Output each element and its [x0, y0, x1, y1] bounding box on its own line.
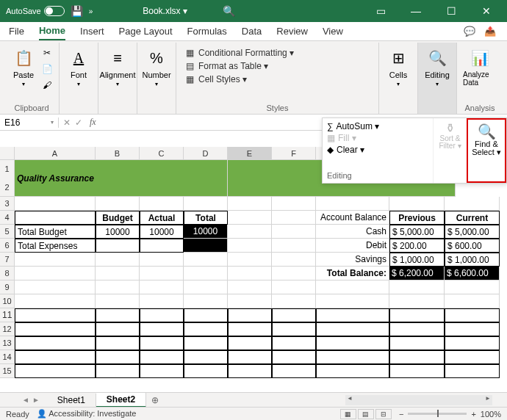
- table-row: 4 Budget Actual Total Account Balance Pr…: [0, 211, 507, 225]
- table-row: 3: [0, 197, 507, 211]
- zoom-level[interactable]: 100%: [481, 410, 501, 419]
- banner-title[interactable]: Quality Assurance: [15, 160, 228, 197]
- group-alignment: ≡ Alignment▾: [98, 43, 137, 114]
- ribbon: 📋 Paste▾ ✂ 📄 🖌 Clipboard A Font▾ ≡ Align…: [0, 41, 507, 115]
- number-button[interactable]: % Number▾: [142, 46, 171, 89]
- find-icon: 🔍: [478, 123, 496, 140]
- group-cells: ⊞ Cells▾: [379, 43, 418, 114]
- col-header[interactable]: A: [15, 147, 96, 159]
- sheet-nav-prev-icon[interactable]: ◄: [22, 396, 29, 404]
- analyze-data-button[interactable]: 📊 Analyze Data: [461, 46, 498, 88]
- fill-icon: ▦: [327, 133, 335, 143]
- paste-button[interactable]: 📋 Paste▾: [9, 46, 38, 89]
- col-header[interactable]: F: [272, 147, 316, 159]
- font-button[interactable]: A Font▾: [64, 46, 93, 89]
- close-icon[interactable]: ✕: [472, 0, 501, 22]
- table-row: 12: [0, 322, 507, 336]
- search-icon[interactable]: 🔍: [223, 5, 235, 17]
- qat-more-icon[interactable]: »: [89, 7, 93, 15]
- sigma-icon: ∑: [327, 121, 334, 131]
- ribbon-display-icon[interactable]: ▭: [366, 0, 395, 22]
- toggle-off-icon[interactable]: [44, 6, 65, 16]
- share-icon[interactable]: 📤: [482, 24, 498, 39]
- table-row: 15: [0, 364, 507, 378]
- save-icon[interactable]: 💾: [71, 5, 83, 17]
- horizontal-scrollbar[interactable]: [345, 395, 492, 405]
- cut-icon[interactable]: ✂: [40, 46, 54, 60]
- name-box[interactable]: E16▾: [0, 117, 59, 128]
- cancel-formula-icon[interactable]: ✕: [63, 117, 71, 128]
- sheet-tabs: ◄► Sheet1 Sheet2 ⊕: [0, 392, 507, 407]
- select-all-corner[interactable]: [0, 147, 15, 159]
- filter-icon: ⚱: [445, 121, 455, 135]
- group-analysis: 📊 Analyze Data Analysis: [457, 43, 503, 114]
- enter-formula-icon[interactable]: ✓: [75, 117, 82, 128]
- analyze-icon: 📊: [469, 47, 491, 69]
- table-row: 11: [0, 308, 507, 322]
- editing-dropdown-panel: ∑AutoSum ▾ ▦Fill ▾ ◆Clear ▾ Editing ⚱ So…: [322, 117, 507, 184]
- comments-icon[interactable]: 💬: [461, 24, 478, 39]
- zoom-in-button[interactable]: +: [471, 410, 475, 419]
- group-font: A Font▾: [60, 43, 98, 114]
- table-icon: ▤: [184, 61, 195, 71]
- add-sheet-button[interactable]: ⊕: [146, 395, 164, 405]
- copy-icon[interactable]: 📄: [40, 62, 54, 76]
- page-layout-view-icon[interactable]: ▤: [358, 409, 374, 419]
- normal-view-icon[interactable]: ▦: [340, 409, 356, 419]
- accessibility-status[interactable]: 👤 Accessibility: Investigate: [37, 409, 137, 419]
- title-bar: AutoSave 💾 » Book.xlsx ▾ 🔍 ▭ — ☐ ✕: [0, 0, 507, 22]
- table-row: 13: [0, 336, 507, 350]
- worksheet-grid[interactable]: A B C D E F G H I 12 Quality Assurance W…: [0, 147, 507, 392]
- cells-icon: ⊞: [387, 47, 409, 69]
- col-header[interactable]: D: [184, 147, 228, 159]
- zoom-out-button[interactable]: −: [399, 410, 403, 419]
- conditional-formatting-button[interactable]: ▦Conditional Formatting ▾: [184, 47, 294, 59]
- group-editing: 🔍 Editing▾: [418, 43, 457, 114]
- group-number: % Number▾: [137, 43, 176, 114]
- clear-button[interactable]: ◆Clear ▾: [327, 145, 428, 155]
- page-break-view-icon[interactable]: ⊟: [375, 409, 392, 419]
- fill-button[interactable]: ▦Fill ▾: [327, 133, 428, 143]
- table-row: 6 Total Expenses Debit $ 200.00 $ 600.00: [0, 239, 507, 253]
- tab-formulas[interactable]: Formulas: [187, 23, 227, 40]
- tab-review[interactable]: Review: [276, 23, 308, 40]
- format-as-table-button[interactable]: ▤Format as Table ▾: [184, 60, 294, 72]
- autosave-toggle[interactable]: AutoSave: [6, 6, 65, 16]
- table-row: 14: [0, 350, 507, 364]
- fx-icon[interactable]: fx: [90, 117, 96, 128]
- alignment-button[interactable]: ≡ Alignment▾: [103, 46, 132, 89]
- sheet-nav-next-icon[interactable]: ►: [32, 396, 40, 404]
- find-select-button[interactable]: 🔍 Find & Select ▾: [467, 118, 506, 183]
- ribbon-tabs: File Home Insert Page Layout Formulas Da…: [0, 22, 507, 41]
- col-header[interactable]: C: [140, 147, 184, 159]
- editing-button[interactable]: 🔍 Editing▾: [422, 46, 452, 89]
- col-header[interactable]: E: [228, 147, 272, 159]
- row-header[interactable]: 12: [0, 160, 15, 197]
- zoom-slider[interactable]: [408, 413, 467, 415]
- minimize-icon[interactable]: —: [401, 0, 431, 22]
- tab-view[interactable]: View: [323, 23, 343, 40]
- clipboard-icon: 📋: [12, 47, 35, 69]
- font-icon: A: [68, 47, 90, 69]
- tab-file[interactable]: File: [9, 23, 24, 40]
- cell-styles-button[interactable]: ▦Cell Styles ▾: [184, 73, 294, 85]
- format-painter-icon[interactable]: 🖌: [40, 78, 54, 93]
- file-name[interactable]: Book.xlsx ▾: [143, 6, 187, 16]
- maximize-icon[interactable]: ☐: [436, 0, 466, 22]
- tab-page-layout[interactable]: Page Layout: [119, 23, 173, 40]
- table-row: 7 Savings $ 1,000.00 $ 1,000.00: [0, 253, 507, 267]
- col-header[interactable]: B: [96, 147, 140, 159]
- sheet-tab[interactable]: Sheet2: [96, 393, 146, 408]
- autosum-button[interactable]: ∑AutoSum ▾: [327, 121, 428, 131]
- tab-insert[interactable]: Insert: [80, 23, 104, 40]
- group-styles: ▦Conditional Formatting ▾ ▤Format as Tab…: [176, 43, 379, 114]
- table-row: 5 Total Budget 10000 10000 10000 Cash $ …: [0, 225, 507, 239]
- table-row: 8 Total Balance: $ 6,200.00 $ 6,600.00: [0, 267, 507, 280]
- cells-button[interactable]: ⊞ Cells▾: [384, 46, 413, 89]
- status-bar: Ready 👤 Accessibility: Investigate ▦ ▤ ⊟…: [0, 407, 507, 420]
- sort-filter-button[interactable]: ⚱ Sort & Filter ▾: [433, 118, 467, 183]
- tab-home[interactable]: Home: [39, 22, 65, 40]
- tab-data[interactable]: Data: [242, 23, 262, 40]
- align-icon: ≡: [107, 47, 129, 69]
- sheet-tab[interactable]: Sheet1: [47, 394, 96, 407]
